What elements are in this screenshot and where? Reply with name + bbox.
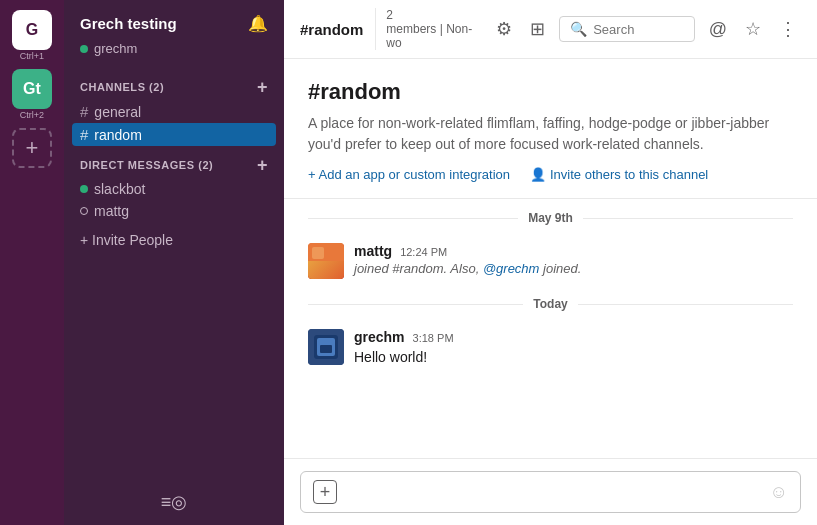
message-1-content: mattg 12:24 PM joined #random. Also, @gr… [354,243,793,276]
svg-rect-6 [320,345,332,353]
message-input[interactable] [345,484,762,500]
message-2-author: grechm [354,329,405,345]
message-1: mattg 12:24 PM joined #random. Also, @gr… [284,237,817,285]
username-label: grechm [94,41,137,56]
sidebar-user: grechm [64,39,284,68]
channel-info: #random A place for non-work-related fli… [284,59,817,199]
dm-section-header: DIRECT MESSAGES (2) + [64,146,284,178]
at-icon[interactable]: @ [705,15,731,44]
channels-section-header: CHANNELS (2) + [64,68,284,100]
message-2-content: grechm 3:18 PM Hello world! [354,329,793,368]
settings-icon[interactable]: ⚙ [492,14,516,44]
attach-button[interactable]: + [313,480,337,504]
date-divider-1: May 9th [284,199,817,237]
message-input-area: + ☺ [284,458,817,525]
channel-header-name: #random [300,21,363,38]
message-input-box: + ☺ [300,471,801,513]
date-label-1: May 9th [528,211,573,225]
avatar-grechm [308,329,344,365]
avatar-mattg [308,243,344,279]
sidebar-footer: ≡◎ [64,479,284,525]
dm-label: DIRECT MESSAGES (2) [80,159,213,171]
workspace-shortcut-2: Ctrl+2 [20,110,44,120]
workspace-name[interactable]: Grech testing [80,15,242,32]
workspace-bar: G Ctrl+1 Gt Ctrl+2 + [0,0,64,525]
messages-area: May 9th mattg 12:24 PM joined #random. A… [284,199,817,458]
add-channel-button[interactable]: + [257,78,268,96]
add-app-link[interactable]: + Add an app or custom integration [308,167,510,182]
channel-description: A place for non-work-related flimflam, f… [308,113,793,155]
message-2-text: Hello world! [354,347,793,368]
message-1-author: mattg [354,243,392,259]
user-online-dot [80,45,88,53]
divider-line [308,218,518,219]
channel-name-general: general [94,104,141,120]
sidebar-item-mattg[interactable]: mattg [64,200,284,222]
workspace-icon-1[interactable]: G [12,10,52,50]
filter-icon[interactable]: ≡◎ [161,491,188,513]
search-icon: 🔍 [570,21,587,37]
notification-bell-icon[interactable]: 🔔 [248,14,268,33]
channel-header-meta: 2 members | Non-wo [375,8,472,50]
message-1-text: joined #random. Also, @grechm joined. [354,261,793,276]
message-2-meta: grechm 3:18 PM [354,329,793,345]
message-2: grechm 3:18 PM Hello world! [284,323,817,374]
divider-line [578,304,793,305]
date-label-2: Today [533,297,567,311]
dm-name-slackbot: slackbot [94,181,145,197]
date-divider-2: Today [284,285,817,323]
add-dm-button[interactable]: + [257,156,268,174]
offline-status-dot [80,207,88,215]
more-icon[interactable]: ⋮ [775,14,801,44]
divider-line [583,218,793,219]
emoji-button[interactable]: ☺ [770,482,788,503]
channel-actions: + Add an app or custom integration 👤 Inv… [308,167,793,182]
sidebar-header: Grech testing 🔔 [64,0,284,39]
invite-people-button[interactable]: + Invite People [64,222,284,258]
invite-channel-link[interactable]: 👤 Invite others to this channel [530,167,708,182]
add-workspace-button[interactable]: + [12,128,52,168]
search-input[interactable] [593,22,684,37]
person-icon: 👤 [530,167,546,182]
search-box[interactable]: 🔍 [559,16,695,42]
workspace-icon-2[interactable]: Gt [12,69,52,109]
layout-icon[interactable]: ⊞ [526,14,549,44]
divider-line [308,304,523,305]
svg-rect-1 [308,261,344,279]
sidebar-item-random[interactable]: # random [72,123,276,146]
message-1-time: 12:24 PM [400,246,447,258]
main-content: #random 2 members | Non-wo ⚙ ⊞ 🔍 @ ☆ ⋮ #… [284,0,817,525]
channel-sidebar: Grech testing 🔔 grechm CHANNELS (2) + # … [64,0,284,525]
channel-header: #random 2 members | Non-wo ⚙ ⊞ 🔍 @ ☆ ⋮ [284,0,817,59]
sidebar-item-slackbot[interactable]: slackbot [64,178,284,200]
star-icon[interactable]: ☆ [741,14,765,44]
workspace-shortcut-1: Ctrl+1 [20,51,44,61]
online-status-dot [80,185,88,193]
svg-rect-2 [312,247,324,259]
hash-icon: # [80,103,88,120]
channel-name-random: random [94,127,141,143]
channels-label: CHANNELS (2) [80,81,164,93]
mention-link[interactable]: @grechm [483,261,540,276]
sidebar-item-general[interactable]: # general [64,100,284,123]
channel-title: #random [308,79,793,105]
dm-name-mattg: mattg [94,203,129,219]
message-1-meta: mattg 12:24 PM [354,243,793,259]
message-2-time: 3:18 PM [413,332,454,344]
hash-icon: # [80,126,88,143]
